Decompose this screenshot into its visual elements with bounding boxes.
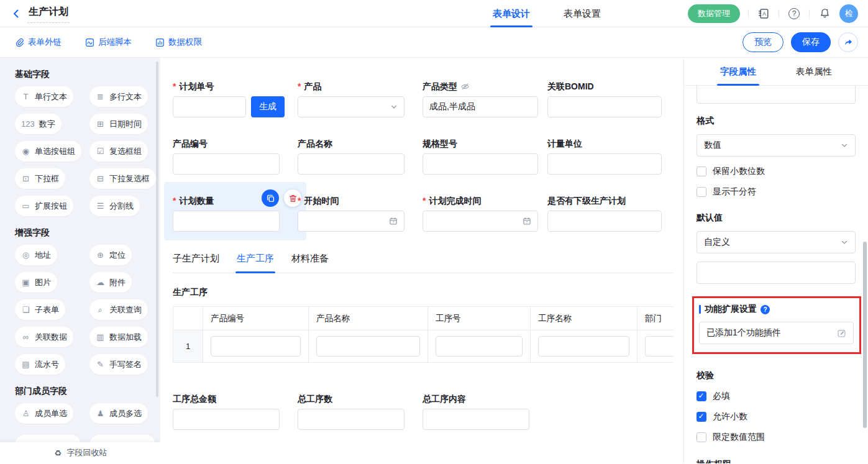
field-pill[interactable]: ❏ 子表单 bbox=[15, 299, 65, 320]
default-custom-input[interactable] bbox=[697, 262, 856, 284]
detail-tab[interactable]: 子生产计划 bbox=[173, 253, 219, 273]
field-pill[interactable]: ☑ 复选框组 bbox=[89, 141, 148, 161]
field-pill[interactable]: ☰ 分割线 bbox=[89, 196, 140, 216]
field-pill[interactable]: ♟ 成员多选 bbox=[89, 403, 148, 424]
field-plan-quantity-selected[interactable]: *计划数量 bbox=[173, 194, 298, 232]
field-pill[interactable]: ✎ 手写签名 bbox=[89, 354, 148, 375]
field-product-code[interactable]: 产品编号 bbox=[173, 137, 298, 175]
cell-input[interactable] bbox=[645, 336, 674, 357]
help-icon[interactable]: ? bbox=[787, 7, 801, 20]
field-product[interactable]: *产品 bbox=[298, 80, 423, 117]
checkbox[interactable] bbox=[697, 432, 706, 442]
product-name-input[interactable] bbox=[298, 153, 404, 175]
data-permission-link[interactable]: 数据权限 bbox=[155, 37, 202, 48]
field-pill[interactable]: ⊕ 定位 bbox=[89, 245, 132, 265]
field-title-input[interactable] bbox=[697, 86, 856, 104]
default-value-select[interactable]: 自定义 bbox=[697, 231, 856, 253]
field-product-name[interactable]: 产品名称 bbox=[298, 137, 423, 175]
edit-icon[interactable] bbox=[837, 329, 846, 338]
checkbox[interactable] bbox=[697, 187, 706, 197]
footer-field[interactable]: 总工序数 bbox=[298, 393, 423, 430]
field-pill[interactable]: ☁ 附件 bbox=[89, 272, 132, 293]
field-pill[interactable]: T 单行文本 bbox=[15, 86, 73, 107]
field-pill[interactable]: ◉ 单选按钮组 bbox=[15, 141, 81, 161]
field-pill[interactable]: ▣ 图片 bbox=[15, 272, 57, 293]
field-pill[interactable]: ▤ 流水号 bbox=[15, 354, 65, 375]
field-has-sub-plan[interactable]: 是否有下级生产计划 bbox=[547, 194, 672, 232]
docs-book-icon[interactable]: A bbox=[757, 7, 770, 20]
footer-field-input[interactable] bbox=[298, 409, 404, 430]
preview-button[interactable]: 预览 bbox=[742, 32, 783, 52]
plan-quantity-input[interactable] bbox=[173, 211, 280, 232]
field-pill[interactable]: ▭ 扩展按钮 bbox=[15, 196, 73, 216]
field-plan-number[interactable]: *计划单号 生成 bbox=[173, 80, 298, 117]
validation-option[interactable]: 允许小数 bbox=[697, 411, 856, 422]
field-start-time[interactable]: *开始时间 7 bbox=[298, 194, 423, 232]
tab-form-settings[interactable]: 表单设置 bbox=[564, 0, 601, 27]
tab-form-properties[interactable]: 表单属性 bbox=[796, 58, 832, 86]
footer-field[interactable]: 工序总金额 bbox=[173, 393, 298, 430]
has-sub-plan-input[interactable] bbox=[547, 211, 662, 232]
field-pill[interactable]: ∞ 关联数据 bbox=[15, 327, 73, 347]
form-external-link[interactable]: 表单外链 bbox=[15, 37, 62, 48]
cell-input[interactable] bbox=[211, 336, 301, 357]
start-time-input[interactable]: 7 bbox=[298, 211, 404, 232]
footer-field-input[interactable] bbox=[173, 409, 280, 430]
field-pill[interactable]: ⊡ 下拉框 bbox=[15, 168, 65, 189]
field-plan-finish-time[interactable]: *计划完成时间 7 bbox=[423, 194, 547, 232]
detail-tab[interactable]: 材料准备 bbox=[291, 253, 329, 273]
checkbox[interactable] bbox=[697, 391, 706, 401]
backend-script-link[interactable]: 后端脚本 bbox=[85, 37, 132, 48]
checkbox[interactable] bbox=[697, 166, 706, 176]
field-pill[interactable]: ⌕ 关联查询 bbox=[89, 299, 148, 320]
field-unit[interactable]: 计量单位 bbox=[547, 137, 672, 175]
avatar[interactable]: 检 bbox=[839, 4, 858, 23]
data-manage-button[interactable]: 数据管理 bbox=[688, 4, 740, 23]
product-code-input[interactable] bbox=[173, 153, 280, 175]
option-keep-decimals[interactable]: 保留小数位数 bbox=[697, 166, 856, 177]
sidebar-scrollbar[interactable] bbox=[156, 61, 158, 397]
footer-field[interactable]: 总工序内容 bbox=[423, 393, 547, 430]
unit-input[interactable] bbox=[547, 153, 662, 175]
detail-tab[interactable]: 生产工序 bbox=[237, 253, 274, 273]
footer-field-input[interactable] bbox=[423, 409, 529, 430]
field-product-type[interactable]: 产品类型 成品,半成品 bbox=[423, 80, 547, 117]
product-select[interactable] bbox=[298, 96, 404, 117]
field-pill[interactable]: ⊟ 下拉复选框 bbox=[89, 168, 156, 189]
bom-id-input[interactable] bbox=[547, 96, 662, 117]
back-icon[interactable] bbox=[9, 6, 24, 21]
save-button[interactable]: 保存 bbox=[791, 32, 831, 52]
panel-scrollbar[interactable] bbox=[863, 242, 867, 428]
plan-finish-time-input[interactable]: 7 bbox=[423, 211, 538, 232]
tab-field-properties[interactable]: 字段属性 bbox=[720, 58, 756, 86]
validation-option[interactable]: 限定数值范围 bbox=[697, 432, 856, 443]
product-type-input[interactable]: 成品,半成品 bbox=[423, 96, 538, 117]
cell-input[interactable] bbox=[316, 336, 420, 357]
cell-input[interactable] bbox=[436, 336, 523, 357]
field-pill[interactable]: ♙ 成员单选 bbox=[15, 403, 73, 424]
generate-button[interactable]: 生成 bbox=[251, 96, 285, 117]
field-pill[interactable]: ⊞ 日期时间 bbox=[89, 114, 148, 134]
field-bom-id[interactable]: 关联BOMID bbox=[547, 80, 672, 117]
validation-option[interactable]: 必填 bbox=[697, 391, 856, 402]
cell-input[interactable] bbox=[538, 336, 629, 357]
field-pill[interactable]: ◎ 地址 bbox=[15, 245, 57, 265]
format-select[interactable]: 数值 bbox=[697, 134, 856, 157]
tab-form-design[interactable]: 表单设计 bbox=[493, 0, 530, 27]
checkbox[interactable] bbox=[697, 412, 706, 422]
field-spec-model[interactable]: 规格型号 bbox=[423, 137, 547, 175]
share-arrow-icon bbox=[843, 37, 853, 47]
field-pill[interactable]: 123 数字 bbox=[15, 114, 62, 134]
option-thousand-separator[interactable]: 显示千分符 bbox=[697, 186, 856, 198]
share-button[interactable] bbox=[838, 32, 858, 52]
field-recycle-bin[interactable]: ♻ 字段回收站 bbox=[0, 442, 160, 463]
copy-field-button[interactable] bbox=[262, 189, 279, 207]
field-pill[interactable]: ▥ 数据加载 bbox=[89, 327, 148, 347]
spec-model-input[interactable] bbox=[423, 153, 538, 175]
notification-bell-icon[interactable] bbox=[818, 7, 831, 20]
extension-plugin-field[interactable]: 已添加1个功能插件 bbox=[699, 322, 854, 344]
field-pill[interactable]: ≣ 多行文本 bbox=[89, 86, 148, 107]
page-title[interactable]: 生产计划 bbox=[27, 4, 70, 23]
plan-number-input[interactable] bbox=[173, 96, 246, 117]
help-icon[interactable]: ? bbox=[761, 305, 770, 314]
